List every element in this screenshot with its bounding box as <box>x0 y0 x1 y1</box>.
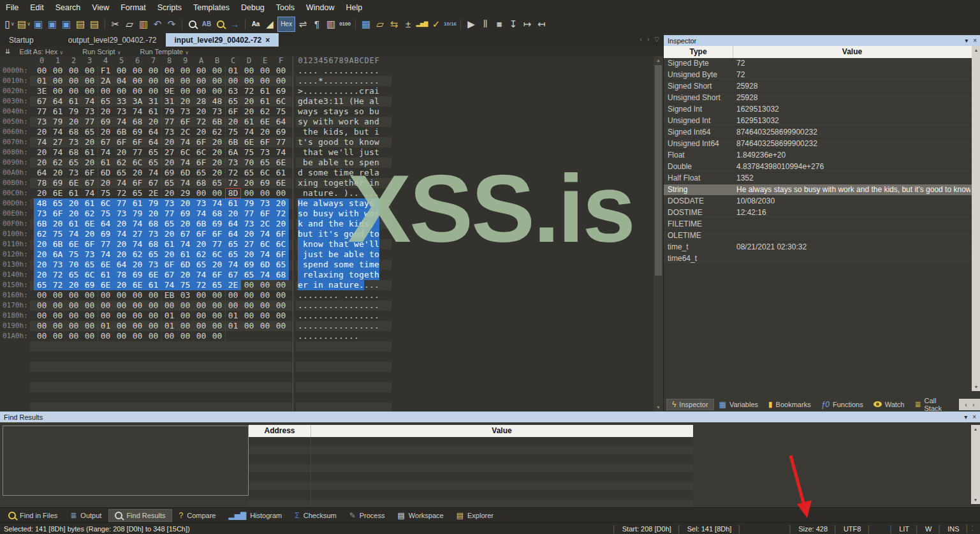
byte-cell[interactable]: 6B <box>113 127 129 137</box>
byte-cell[interactable]: 72 <box>50 280 66 290</box>
byte-cell[interactable]: 00 <box>273 321 289 331</box>
ascii-cell[interactable]: i <box>328 270 333 280</box>
byte-cell[interactable]: 00 <box>50 311 66 321</box>
byte-cell[interactable]: 20 <box>66 280 82 290</box>
ascii-cell[interactable]: s <box>349 198 354 209</box>
ascii-cell[interactable]: . <box>344 76 349 86</box>
byte-cell[interactable]: 00 <box>241 311 257 321</box>
byte-cell[interactable]: 6E <box>82 219 98 229</box>
byte-cell[interactable]: 20 <box>66 117 82 127</box>
byte-cell[interactable]: 79 <box>66 107 82 117</box>
ascii-cell[interactable]: . <box>328 300 333 311</box>
byte-cell[interactable]: 6D <box>177 260 193 270</box>
byte-cell[interactable]: 00 <box>145 311 161 321</box>
byte-cell[interactable]: 6E <box>98 260 113 270</box>
pause-button[interactable]: Ⅱ <box>479 17 492 31</box>
byte-cell[interactable]: 20 <box>241 107 257 117</box>
ascii-cell[interactable]: t <box>344 178 349 188</box>
byte-cell[interactable]: 72 <box>113 188 129 198</box>
ascii-cell[interactable]: n <box>328 280 333 290</box>
ascii-cell[interactable]: y <box>303 117 308 127</box>
byte-cell[interactable]: 20 <box>177 198 193 209</box>
ascii-cell[interactable]: r <box>349 280 354 290</box>
ascii-cell[interactable]: e <box>328 188 333 198</box>
ascii-cell[interactable]: . <box>303 290 308 300</box>
byte-cell[interactable]: 20 <box>98 127 113 137</box>
ascii-cell[interactable]: . <box>328 86 333 96</box>
ascii-cell[interactable]: o <box>374 249 379 260</box>
byte-cell[interactable]: 61 <box>161 239 177 249</box>
byte-cell[interactable]: 00 <box>193 321 209 331</box>
byte-cell[interactable]: 00 <box>177 331 193 341</box>
ascii-cell[interactable]: e <box>364 168 369 178</box>
byte-cell[interactable]: 74 <box>161 280 177 290</box>
ascii-cell[interactable]: . <box>339 321 344 331</box>
hex-row-0030h[interactable]: 0030h:6764617465333A31312028486520616Cgd… <box>0 96 654 107</box>
ascii-cell[interactable]: h <box>308 127 313 137</box>
find-result-row[interactable] <box>249 446 693 455</box>
ascii-cell[interactable]: s <box>303 260 308 270</box>
ascii-cell[interactable]: > <box>298 86 303 96</box>
inspector-tab-call-stack[interactable]: ≣Call Stack <box>909 396 960 413</box>
ascii-cell[interactable]: . <box>344 290 349 300</box>
byte-cell[interactable]: 73 <box>209 107 225 117</box>
byte-cell[interactable]: 20 <box>225 209 241 219</box>
ascii-cell[interactable]: e <box>308 270 313 280</box>
byte-cell[interactable]: 6E <box>98 280 113 290</box>
ascii-cell[interactable]: e <box>318 96 323 107</box>
byte-cell[interactable]: 67 <box>98 137 113 147</box>
ascii-cell[interactable]: . <box>308 300 313 311</box>
byte-cell[interactable]: 65 <box>82 260 98 270</box>
ascii-cell[interactable] <box>374 198 379 209</box>
ascii-cell[interactable] <box>364 107 369 117</box>
byte-cell[interactable]: 00 <box>82 86 98 96</box>
byte-cell[interactable]: 01 <box>34 76 50 86</box>
byte-cell[interactable]: 75 <box>241 147 257 158</box>
byte-cell[interactable]: 79 <box>129 209 145 219</box>
ascii-cell[interactable]: . <box>298 321 303 331</box>
ascii-cell[interactable]: a <box>333 107 339 117</box>
ascii-cell[interactable]: . <box>369 290 374 300</box>
hex-row-00E0h[interactable]: 00E0h:736F2062757379207769746820776F72so… <box>0 209 654 219</box>
ascii-cell[interactable]: . <box>313 76 318 86</box>
ascii-cell[interactable] <box>359 188 364 198</box>
edit-as-dropdown[interactable]: Edit As: Hex ∨ <box>19 48 63 56</box>
byte-cell[interactable]: 00 <box>98 290 113 300</box>
byte-cell[interactable]: 67 <box>177 229 193 239</box>
ascii-cell[interactable]: i <box>374 86 379 96</box>
ascii-cell[interactable]: . <box>328 290 333 300</box>
byte-cell[interactable]: 00 <box>273 290 289 300</box>
inspector-row-signed-int64[interactable]: Signed Int648746403258699900232 <box>664 127 980 138</box>
byte-cell[interactable]: 75 <box>98 209 113 219</box>
save-all-button[interactable]: ▣ <box>60 17 73 31</box>
byte-cell[interactable]: 74 <box>98 249 113 260</box>
ascii-cell[interactable]: . <box>318 290 323 300</box>
byte-cell[interactable]: 00 <box>50 66 66 76</box>
byte-cell[interactable]: 20 <box>145 117 161 127</box>
hex-row-0060h[interactable]: 0060h:20746865206B6964732C206275742069 t… <box>0 127 654 137</box>
byte-cell[interactable]: 78 <box>34 178 50 188</box>
hex-row-0130h[interactable]: 0130h:207370656E6420736F6D652074696D65 s… <box>0 260 654 270</box>
ascii-cell[interactable]: e <box>308 158 313 168</box>
hex-mode-button[interactable]: Hex <box>277 17 295 32</box>
ascii-cell[interactable] <box>313 137 318 147</box>
ascii-cell[interactable]: s <box>354 107 359 117</box>
byte-cell[interactable]: 77 <box>161 117 177 127</box>
ascii-cell[interactable]: H <box>354 96 359 107</box>
ascii-cell[interactable]: l <box>313 270 318 280</box>
ascii-cell[interactable]: s <box>344 107 349 117</box>
byte-cell[interactable]: 75 <box>177 280 193 290</box>
byte-cell[interactable]: 69 <box>98 117 113 127</box>
byte-cell[interactable]: 61 <box>66 188 82 198</box>
byte-cell[interactable]: 75 <box>66 249 82 260</box>
byte-cell[interactable]: 73 <box>50 260 66 270</box>
byte-cell[interactable]: 20 <box>113 280 129 290</box>
ascii-cell[interactable]: ' <box>364 239 369 249</box>
ascii-cell[interactable]: 1 <box>339 96 344 107</box>
ascii-cell[interactable]: e <box>364 270 369 280</box>
byte-cell[interactable]: 00 <box>161 66 177 76</box>
byte-cell[interactable]: 00 <box>34 311 50 321</box>
menu-scripts[interactable]: Scripts <box>152 3 187 12</box>
byte-cell[interactable]: 73 <box>193 198 209 209</box>
hex-row-0010h[interactable]: 0010h:010000002A0400000000000000000000..… <box>0 76 654 86</box>
